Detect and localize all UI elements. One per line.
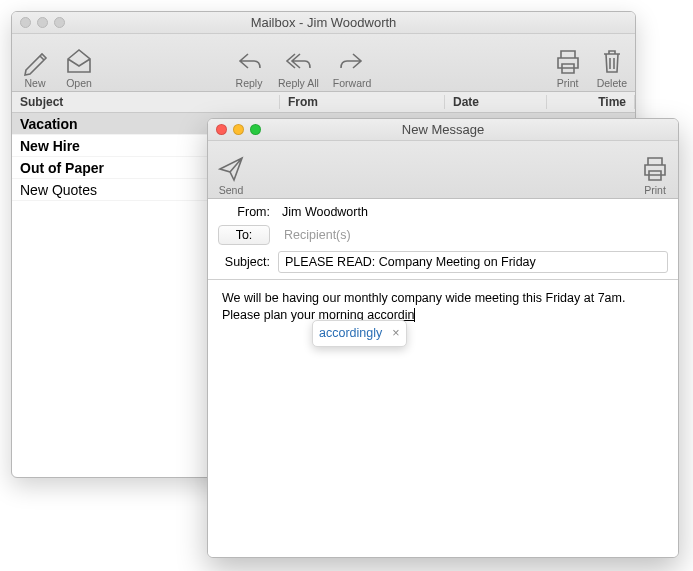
paper-plane-icon	[216, 153, 246, 183]
compose-window: New Message Send Print From: Jim Woodwor…	[207, 118, 679, 558]
forward-icon	[337, 46, 367, 76]
col-subject[interactable]: Subject	[12, 95, 280, 109]
autocomplete-dismiss[interactable]: ×	[392, 325, 399, 342]
autocomplete-suggestion[interactable]: accordingly	[319, 325, 382, 342]
from-label: From:	[218, 205, 270, 219]
compose-titlebar: New Message	[208, 119, 678, 141]
mail-list-header: Subject From Date Time	[12, 92, 635, 113]
to-field[interactable]	[278, 224, 668, 246]
subject-label: Subject:	[218, 255, 270, 269]
col-time[interactable]: Time	[547, 95, 635, 109]
pencil-icon	[20, 46, 50, 76]
to-button[interactable]: To:	[218, 225, 270, 245]
compose-title: New Message	[208, 122, 678, 137]
window-controls	[20, 17, 65, 28]
col-from[interactable]: From	[280, 95, 445, 109]
close-button[interactable]	[216, 124, 227, 135]
new-button[interactable]: New	[20, 46, 50, 89]
minimize-button[interactable]	[233, 124, 244, 135]
reply-button[interactable]: Reply	[234, 46, 264, 89]
message-body[interactable]: We will be having our monthly company wi…	[208, 280, 678, 558]
print-button[interactable]: Print	[640, 153, 670, 196]
reply-all-icon	[283, 46, 313, 76]
trash-icon	[597, 46, 627, 76]
send-button[interactable]: Send	[216, 153, 246, 196]
print-button[interactable]: Print	[553, 46, 583, 89]
close-button[interactable]	[20, 17, 31, 28]
autocomplete-popup: accordingly ×	[312, 320, 407, 347]
reply-icon	[234, 46, 264, 76]
col-date[interactable]: Date	[445, 95, 547, 109]
mailbox-toolbar: New Open Reply Reply All	[12, 34, 635, 92]
printer-icon	[640, 153, 670, 183]
zoom-button[interactable]	[250, 124, 261, 135]
zoom-button[interactable]	[54, 17, 65, 28]
body-text: We will be having our monthly company wi…	[222, 291, 625, 322]
minimize-button[interactable]	[37, 17, 48, 28]
open-button[interactable]: Open	[64, 46, 94, 89]
envelope-open-icon	[64, 46, 94, 76]
subject-field[interactable]	[278, 251, 668, 273]
forward-button[interactable]: Forward	[333, 46, 372, 89]
printer-icon	[553, 46, 583, 76]
text-caret	[414, 308, 415, 322]
reply-all-button[interactable]: Reply All	[278, 46, 319, 89]
from-value: Jim Woodworth	[278, 205, 368, 219]
mailbox-title: Mailbox - Jim Woodworth	[12, 15, 635, 30]
mailbox-titlebar: Mailbox - Jim Woodworth	[12, 12, 635, 34]
window-controls	[216, 124, 261, 135]
compose-toolbar: Send Print	[208, 141, 678, 199]
compose-fields: From: Jim Woodworth To: Subject:	[208, 199, 678, 280]
delete-button[interactable]: Delete	[597, 46, 627, 89]
